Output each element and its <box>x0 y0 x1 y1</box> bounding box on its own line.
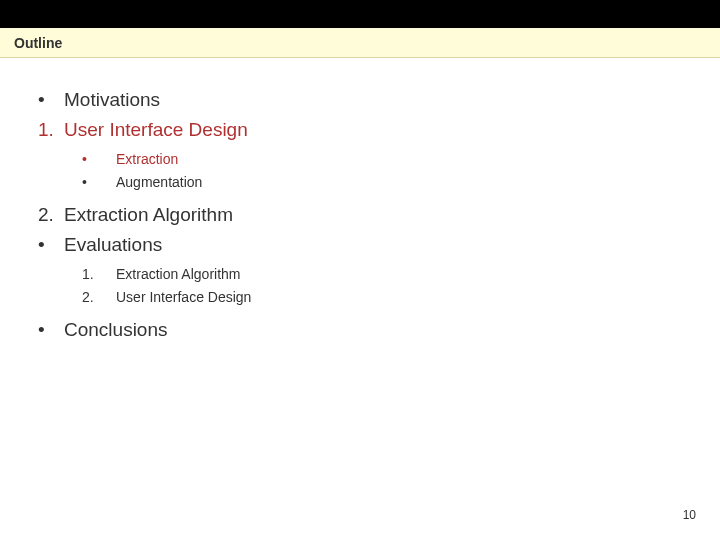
list-item: 1. User Interface Design <box>30 116 690 144</box>
list-item: • Conclusions <box>30 316 690 344</box>
list-text: Motivations <box>64 86 690 114</box>
list-marker: • <box>30 172 110 193</box>
page-number: 10 <box>683 508 696 522</box>
list-text: Augmentation <box>110 172 690 193</box>
top-black-bar <box>0 0 720 28</box>
list-item: 2. Extraction Algorithm <box>30 201 690 229</box>
list-item: • Evaluations <box>30 231 690 259</box>
list-text: User Interface Design <box>64 116 690 144</box>
sub-list-item: • Augmentation <box>30 172 690 193</box>
list-marker: 2. <box>30 287 110 308</box>
sub-list-item: • Extraction <box>30 149 690 170</box>
list-marker: 1. <box>30 264 110 285</box>
sub-list-item: 2. User Interface Design <box>30 287 690 308</box>
slide-content: • Motivations 1. User Interface Design •… <box>0 58 720 344</box>
outline-list: • Motivations 1. User Interface Design •… <box>30 86 690 344</box>
list-text: Evaluations <box>64 231 690 259</box>
slide-title: Outline <box>14 35 62 51</box>
list-item: • Motivations <box>30 86 690 114</box>
sub-list-item: 1. Extraction Algorithm <box>30 264 690 285</box>
list-text: Extraction Algorithm <box>110 264 690 285</box>
list-text: Extraction <box>110 149 690 170</box>
list-text: User Interface Design <box>110 287 690 308</box>
list-text: Conclusions <box>64 316 690 344</box>
list-text: Extraction Algorithm <box>64 201 690 229</box>
title-bar: Outline <box>0 28 720 58</box>
list-marker: 1. <box>30 116 64 144</box>
sub-list: • Extraction • Augmentation <box>30 149 690 193</box>
list-marker: 2. <box>30 201 64 229</box>
list-marker: • <box>30 231 64 259</box>
sub-list: 1. Extraction Algorithm 2. User Interfac… <box>30 264 690 308</box>
list-marker: • <box>30 149 110 170</box>
list-marker: • <box>30 86 64 114</box>
list-marker: • <box>30 316 64 344</box>
